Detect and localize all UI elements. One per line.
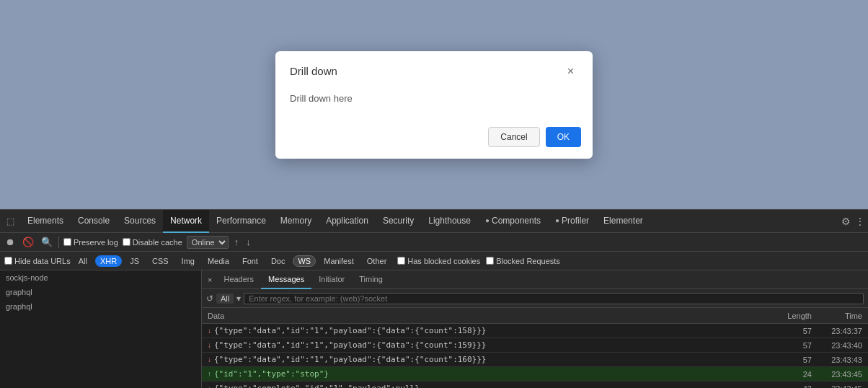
col-length-header: Length — [769, 312, 812, 320]
devtools-gear-area: ⚙ ⋮ — [841, 216, 865, 227]
messages-table: Data Length Time ↓ {"type":"data","id":"… — [202, 308, 868, 388]
filter-font[interactable]: Font — [237, 255, 263, 267]
modal-body: Drill down here — [275, 87, 593, 121]
request-list: sockjs-node graphql graphql — [0, 270, 202, 388]
tab-console[interactable]: Console — [71, 210, 117, 233]
cancel-button[interactable]: Cancel — [488, 127, 539, 147]
blocked-requests-checkbox[interactable] — [486, 257, 494, 265]
devtools-panel: ⬚ Elements Console Sources Network Perfo… — [0, 209, 868, 388]
filter-css[interactable]: CSS — [147, 255, 174, 267]
message-row-highlight[interactable]: ↑ {"id":"1","type":"stop"} 24 23:43:45 — [202, 367, 868, 382]
request-detail-tabs: × Headers Messages Initiator Timing — [202, 270, 868, 289]
tab-performance[interactable]: Performance — [209, 210, 273, 233]
tab-application[interactable]: Application — [319, 210, 376, 233]
messages-filter-input[interactable] — [244, 293, 864, 304]
has-blocked-cookies-checkbox[interactable] — [397, 257, 405, 265]
devtools-inspector-icon[interactable]: ⬚ — [3, 214, 17, 229]
filter-doc[interactable]: Doc — [266, 255, 291, 267]
tab-security[interactable]: Security — [376, 210, 421, 233]
tab-lighthouse[interactable]: Lighthouse — [421, 210, 478, 233]
request-detail-pane: × Headers Messages Initiator Timing ↺ Al… — [202, 270, 868, 388]
arrow-down-icon: ↓ — [208, 356, 211, 363]
messages-all-button[interactable]: All — [216, 294, 234, 304]
disable-cache-checkbox[interactable] — [123, 238, 130, 246]
tab-elementer[interactable]: Elementer — [596, 210, 650, 233]
col-time-header: Time — [812, 312, 862, 320]
tab-network[interactable]: Network — [163, 210, 209, 233]
tab-components[interactable]: ● Components — [478, 210, 548, 233]
message-row[interactable]: ↓ {"type":"data","id":"1","payload":{"da… — [202, 353, 868, 367]
request-item-graphql-2[interactable]: graphql — [0, 299, 201, 314]
modal-footer: Cancel OK — [275, 121, 593, 159]
tab-memory[interactable]: Memory — [273, 210, 319, 233]
network-toolbar: ⏺ 🚫 🔍 Preserve log Disable cache Online … — [0, 233, 868, 252]
filter-bar: Hide data URLs All XHR JS CSS Img Media … — [0, 252, 868, 270]
modal-dialog: Drill down × Drill down here Cancel OK — [275, 51, 593, 159]
more-icon[interactable]: ⋮ — [855, 216, 865, 227]
stop-recording-icon[interactable]: ⏺ — [4, 237, 17, 247]
filter-img[interactable]: Img — [177, 255, 200, 267]
filter-media[interactable]: Media — [203, 255, 234, 267]
arrow-down-icon: ↓ — [208, 341, 211, 349]
modal-body-text: Drill down here — [290, 93, 353, 104]
modal-header: Drill down × — [275, 51, 593, 87]
close-detail-button[interactable]: × — [208, 275, 212, 284]
refresh-icon[interactable]: ↺ — [206, 294, 213, 304]
tab-elements[interactable]: Elements — [20, 210, 71, 233]
message-row[interactable]: ↓ {"type":"data","id":"1","payload":{"da… — [202, 338, 868, 353]
req-tab-timing[interactable]: Timing — [352, 270, 390, 289]
disable-cache-label[interactable]: Disable cache — [123, 238, 182, 247]
tab-sources[interactable]: Sources — [117, 210, 163, 233]
filter-js[interactable]: JS — [125, 255, 144, 267]
hide-data-urls-label[interactable]: Hide data URLs — [4, 257, 71, 265]
filter-other[interactable]: Other — [362, 255, 392, 267]
sub-panel: sockjs-node graphql graphql × Headers Me… — [0, 270, 868, 388]
gear-icon[interactable]: ⚙ — [841, 216, 851, 227]
browser-viewport: Drill down × Drill down here Cancel OK — [0, 0, 868, 209]
preserve-log-label[interactable]: Preserve log — [63, 238, 118, 247]
preserve-log-checkbox[interactable] — [63, 238, 71, 246]
req-tab-headers[interactable]: Headers — [216, 270, 261, 289]
message-row[interactable]: ↓ {"type":"complete","id":"1","payload":… — [202, 382, 868, 388]
download-icon[interactable]: ↓ — [244, 237, 252, 247]
arrow-up-icon: ↑ — [208, 370, 211, 378]
has-blocked-cookies-label[interactable]: Has blocked cookies — [397, 257, 480, 265]
request-item-graphql-1[interactable]: graphql — [0, 285, 201, 299]
chevron-down-icon[interactable]: ▾ — [236, 294, 241, 304]
search-icon[interactable]: 🔍 — [40, 237, 54, 247]
blocked-requests-label[interactable]: Blocked Requests — [486, 257, 560, 265]
req-tab-initiator[interactable]: Initiator — [311, 270, 352, 289]
request-item-sockjs[interactable]: sockjs-node — [0, 270, 201, 285]
modal-close-button[interactable]: × — [563, 64, 578, 79]
arrow-down-icon: ↓ — [208, 384, 211, 388]
upload-icon[interactable]: ↑ — [233, 237, 241, 247]
col-data-header: Data — [208, 312, 769, 320]
ok-button[interactable]: OK — [546, 127, 581, 147]
filter-xhr[interactable]: XHR — [95, 255, 122, 267]
req-tab-messages[interactable]: Messages — [261, 270, 311, 289]
messages-table-header: Data Length Time — [202, 308, 868, 324]
filter-manifest[interactable]: Manifest — [319, 255, 359, 267]
filter-all[interactable]: All — [74, 255, 92, 267]
arrow-down-icon: ↓ — [208, 327, 211, 335]
clear-icon[interactable]: 🚫 — [21, 237, 35, 247]
toolbar-separator-1 — [58, 237, 59, 248]
modal-title: Drill down — [290, 65, 337, 77]
modal-overlay: Drill down × Drill down here Cancel OK — [0, 0, 868, 209]
filter-ws[interactable]: WS — [293, 255, 316, 267]
throttle-select[interactable]: Online — [187, 236, 229, 249]
message-row[interactable]: ↓ {"type":"data","id":"1","payload":{"da… — [202, 324, 868, 338]
tab-profiler[interactable]: ● Profiler — [548, 210, 596, 233]
messages-filter-bar: ↺ All ▾ — [202, 289, 868, 308]
hide-data-urls-checkbox[interactable] — [4, 257, 12, 265]
devtools-tabs-bar: ⬚ Elements Console Sources Network Perfo… — [0, 210, 868, 233]
